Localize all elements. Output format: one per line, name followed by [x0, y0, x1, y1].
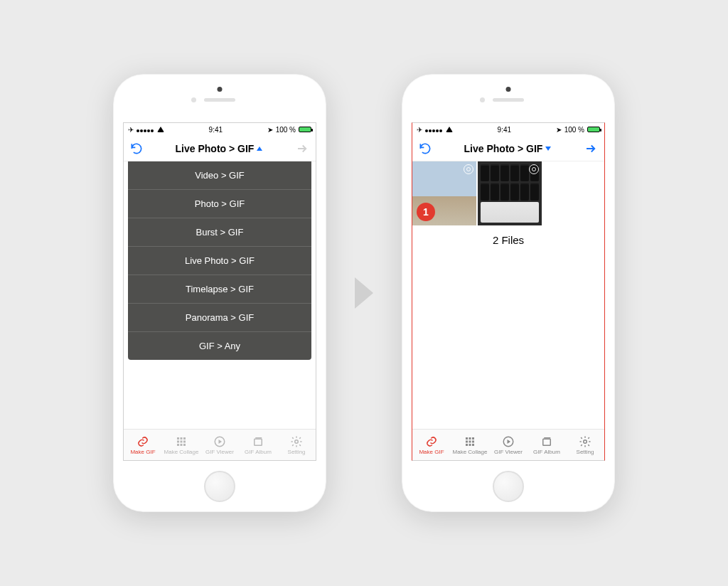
- tab-label: Make Collage: [164, 449, 199, 455]
- link-icon: [425, 435, 438, 449]
- gear-icon: [579, 435, 592, 449]
- wifi-icon: [446, 127, 453, 132]
- screen-right: ✈ 9:41 ➤ 100 % Live Photo > GIF: [412, 122, 605, 461]
- tab-label: Make GIF: [130, 449, 155, 455]
- tab-setting[interactable]: Setting: [566, 435, 604, 455]
- tab-gif-album[interactable]: GIF Album: [239, 435, 277, 455]
- svg-rect-4: [543, 439, 551, 445]
- photo-grid: 1: [412, 161, 604, 225]
- refresh-button[interactable]: [129, 142, 144, 156]
- status-bar: ✈ 9:41 ➤ 100 %: [124, 123, 316, 136]
- nav-title-text: Live Photo > GIF: [176, 143, 255, 154]
- stack-icon: [540, 435, 553, 449]
- file-count-label: 2 Files: [412, 225, 604, 255]
- phone-sensor: [480, 97, 485, 102]
- nav-title-text: Live Photo > GIF: [464, 143, 543, 154]
- svg-point-5: [584, 440, 587, 444]
- tab-label: Make Collage: [453, 449, 488, 455]
- live-photo-icon: [529, 164, 539, 174]
- battery-text: 100 %: [276, 126, 296, 134]
- grid-icon: [464, 435, 476, 449]
- phone-sensor: [191, 97, 196, 102]
- phone-frame-left: ✈ 9:41 ➤ 100 % Live Photo > GIF: [113, 74, 326, 512]
- next-button[interactable]: [583, 142, 599, 155]
- title-dropdown-toggle[interactable]: Live Photo > GIF: [176, 143, 263, 154]
- tab-make-collage[interactable]: Make Collage: [451, 435, 489, 455]
- phone-frame-right: ✈ 9:41 ➤ 100 % Live Photo > GIF: [402, 74, 615, 512]
- screen-left: ✈ 9:41 ➤ 100 % Live Photo > GIF: [123, 122, 316, 461]
- wifi-icon: [157, 127, 164, 132]
- navbar: Live Photo > GIF: [412, 136, 604, 161]
- dropdown-item-livephoto[interactable]: Live Photo > GIF: [128, 247, 311, 275]
- chevron-down-icon: [545, 146, 551, 151]
- battery-text: 100 %: [564, 126, 584, 134]
- phone-speaker: [493, 98, 524, 102]
- grid-icon: [175, 435, 188, 449]
- tab-gif-viewer[interactable]: GIF Viewer: [489, 435, 528, 455]
- tab-gif-album[interactable]: GIF Album: [528, 435, 566, 455]
- dropdown-item-video[interactable]: Video > GIF: [128, 161, 311, 190]
- live-photo-icon: [464, 164, 473, 174]
- next-button-disabled: [294, 142, 310, 155]
- tab-bar: Make GIF Make Collage GIF Viewer GIF Alb…: [412, 429, 604, 460]
- tab-make-gif[interactable]: Make GIF: [124, 435, 162, 455]
- dropdown-item-burst[interactable]: Burst > GIF: [128, 218, 311, 247]
- home-button[interactable]: [493, 471, 524, 502]
- flow-arrow-icon: [355, 277, 373, 309]
- airplane-icon: ✈: [128, 126, 134, 134]
- dropdown-item-photo[interactable]: Photo > GIF: [128, 190, 311, 218]
- dropdown-item-panorama[interactable]: Panorama > GIF: [128, 304, 311, 332]
- status-bar: ✈ 9:41 ➤ 100 %: [412, 123, 604, 136]
- play-circle-icon: [502, 435, 515, 449]
- tab-label: Setting: [288, 449, 306, 455]
- tab-label: GIF Album: [533, 449, 560, 455]
- tab-label: GIF Viewer: [494, 449, 523, 455]
- chevron-up-icon: [257, 146, 262, 151]
- selection-number: 1: [423, 206, 429, 218]
- gear-icon: [290, 435, 303, 449]
- content-area: Video > GIF Photo > GIF Burst > GIF Live…: [124, 161, 316, 429]
- content-area: 1 2 Files: [412, 161, 604, 429]
- location-icon: ➤: [267, 126, 273, 134]
- dropdown-item-gifany[interactable]: GIF > Any: [128, 332, 311, 360]
- link-icon: [136, 435, 149, 449]
- battery-icon: [587, 127, 600, 132]
- status-time: 9:41: [498, 126, 511, 134]
- title-dropdown-toggle[interactable]: Live Photo > GIF: [464, 143, 552, 154]
- phone-speaker: [204, 98, 235, 102]
- tab-setting[interactable]: Setting: [277, 435, 316, 455]
- navbar: Live Photo > GIF: [124, 136, 316, 161]
- tab-label: Make GIF: [419, 449, 444, 455]
- phone-camera-dot: [218, 87, 223, 92]
- location-icon: ➤: [556, 126, 562, 134]
- tab-label: GIF Album: [245, 449, 272, 455]
- phone-camera-dot: [506, 87, 511, 92]
- photo-thumbnail-2[interactable]: [478, 161, 542, 225]
- signal-dots-icon: [425, 126, 443, 134]
- tab-label: GIF Viewer: [205, 449, 234, 455]
- svg-point-2: [295, 440, 299, 444]
- svg-rect-1: [255, 439, 262, 445]
- photo-thumbnail-1[interactable]: 1: [412, 161, 476, 225]
- home-button[interactable]: [204, 471, 235, 502]
- selection-badge: 1: [417, 203, 435, 221]
- signal-dots-icon: [136, 126, 154, 134]
- battery-icon: [299, 127, 311, 132]
- mode-dropdown-menu: Video > GIF Photo > GIF Burst > GIF Live…: [128, 161, 311, 360]
- tab-label: Setting: [577, 449, 594, 455]
- status-time: 9:41: [209, 126, 223, 134]
- play-circle-icon: [213, 435, 226, 449]
- dropdown-item-timelapse[interactable]: Timelapse > GIF: [128, 275, 311, 304]
- tab-make-collage[interactable]: Make Collage: [162, 435, 200, 455]
- airplane-icon: ✈: [417, 126, 422, 134]
- refresh-button[interactable]: [418, 142, 432, 156]
- tab-bar: Make GIF Make Collage GIF Viewer GIF Alb…: [124, 429, 316, 460]
- stack-icon: [252, 435, 264, 449]
- tab-make-gif[interactable]: Make GIF: [412, 435, 451, 455]
- tab-gif-viewer[interactable]: GIF Viewer: [200, 435, 239, 455]
